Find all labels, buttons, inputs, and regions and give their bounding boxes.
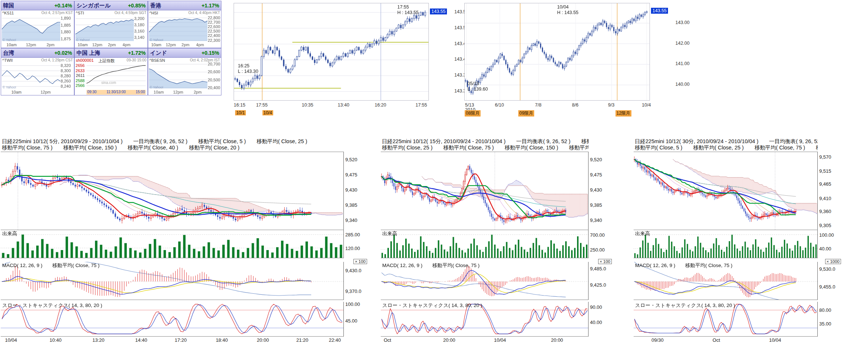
ticker-symbol: ^HSI (149, 11, 158, 15)
watermark: © Yahoo! (3, 38, 16, 42)
price-pane: 9,5709,5159,4659,4109,3609,305 (634, 152, 818, 230)
y-axis-label: 9,465 (819, 181, 831, 187)
macd-label: MACD( 12, 26, 9 ) 移動平均( Close, 75 ) (2, 262, 99, 269)
y-axis-label: 2611 (76, 73, 85, 78)
volume-label: 出来高 (635, 230, 650, 237)
macd-pane: MACD( 12, 26, 9 ) 移動平均( Close, 75 )9,530… (634, 262, 818, 300)
chart-title: 日経225mini 10/12( 5分, 2010/09/29 - 2010/1… (2, 138, 344, 151)
market-name: 中国 上海 (77, 50, 100, 57)
x-axis-label: 10/04 (494, 337, 506, 343)
y-axis-label: 3,160 (134, 29, 145, 33)
x-axis-label: 20:00 (551, 337, 563, 343)
candlestick-plot[interactable]: 17:55 H : 143.55 16:25 L : 143.30 (234, 3, 429, 101)
date-badge: 10/1 (235, 110, 246, 115)
nikkei225mini-5min-chart[interactable]: 日経225mini 10/12( 5分, 2010/09/29 - 2010/1… (1, 138, 370, 360)
market-tile-korea[interactable]: 韓国 +0.14% ^KS11 Oct 4, 2:57pm KST 1,8901… (1, 1, 74, 48)
y-axis-label: 9,370.0 (345, 289, 361, 294)
candlestick-plot[interactable]: 10/04 H : 143.55 05/13 L : 139.60 (464, 3, 650, 101)
contract-month-badges: 08限月09限月12限月 (464, 110, 650, 117)
market-tile-shanghai[interactable]: 中国 上海 +1.72% sh000001 上証指数 09-30 15:00 2… (74, 48, 148, 95)
x-axis-label: 20:00 (443, 337, 455, 343)
volume-multiplier-badge: × 1000 (825, 259, 841, 264)
x-axis: Oct20:0010/0420:00 (381, 337, 589, 344)
low-annotation: 05/13 L : 139.60 (468, 81, 488, 92)
y-axis-label: 142.00 (675, 41, 689, 46)
y-axis-label: 35.00 (819, 321, 831, 327)
y-axis-label: 100.00 (819, 232, 834, 238)
y-axis-label: 9,340 (590, 217, 602, 223)
quote-timestamp: Oct 4, 4:59pm SGT (115, 11, 146, 15)
candlestick-canvas[interactable] (381, 152, 588, 230)
x-axis-label: 11:30/13:00 (106, 90, 126, 95)
market-change: +1.72% (128, 50, 146, 56)
ticker-symbol: ^KS11 (2, 11, 14, 15)
macd-label: MACD( 12, 26, 9 ) 移動平均( Close, 75 ) (382, 262, 479, 269)
low-annotation: 16:25 L : 143.30 (238, 63, 258, 74)
market-tile-india[interactable]: インド +0.15% ^BSESN Oct 4, 2:02pm IST 20,7… (148, 48, 221, 95)
x-axis-label: 6/10 (495, 103, 504, 108)
y-axis-label: 9,520 (590, 157, 602, 162)
x-axis-label: 12pm (173, 90, 183, 94)
market-tile-header: シンガポール +0.85% (75, 1, 148, 10)
y-axis-label: 9,385 (345, 202, 357, 208)
y-axis-label: 20,400 (208, 85, 220, 90)
y-axis-label: 9,485.0 (590, 266, 606, 271)
date-badge: 09限月 (518, 110, 534, 117)
market-name: 香港 (150, 2, 161, 9)
x-axis-label: 12pm (26, 43, 36, 47)
y-axis-label: 8,240 (61, 84, 71, 88)
watermark: © Yahoo! (150, 85, 163, 89)
x-axis-label: 16:20 (374, 103, 386, 108)
x-axis-label: 2pm (108, 43, 116, 47)
market-tile-header: 台湾 +0.02% (1, 48, 74, 58)
x-axis-label: 10/04 (5, 337, 17, 343)
market-name: シンガポール (77, 2, 111, 9)
y-axis-label: 9,360 (819, 209, 831, 214)
y-axis-label: 250.00 (590, 247, 605, 253)
market-tile-hongkong[interactable]: 香港 +1.17% ^HSI Oct 4, 4:40pm HKT 22,8002… (148, 1, 221, 48)
mini-chart (2, 63, 60, 88)
x-axis-label: 10am (78, 43, 88, 47)
price-axis: 143.55 143.55143.50143.45143.40143.35143… (430, 3, 452, 101)
high-annotation: 17:55 H : 143.55 (397, 4, 419, 16)
x-axis: 10/0410:4013:2014:4017:2018:4020:0021:20… (1, 337, 344, 344)
x-axis: 09/30Oct10/04 (634, 337, 818, 344)
market-name: 韓国 (3, 2, 14, 9)
volume-pane: 出来高285.00120.00× 100 (1, 230, 344, 258)
market-tile-header: インド +0.15% (148, 48, 221, 58)
candlestick-canvas[interactable] (1, 152, 343, 230)
mini-chart (149, 16, 207, 41)
x-axis-label: 16:15 (234, 103, 245, 108)
market-tile-taiwan[interactable]: 台湾 +0.02% ^TWII Oct 4, 1:29pm CST 8,3208… (1, 48, 74, 95)
market-tile-singapore[interactable]: シンガポール +0.85% ^STI Oct 4, 4:59pm SGT 3,2… (74, 1, 148, 48)
date-badge: 10/4 (262, 110, 273, 115)
candlestick-canvas[interactable] (634, 152, 817, 230)
usdjpy-daily-chart[interactable]: 10/04 H : 143.55 05/13 L : 139.60 143.55… (464, 1, 674, 118)
x-axis-label: 7/8 (535, 103, 541, 108)
market-name: インド (150, 50, 167, 57)
y-axis-label: 40.00 (590, 320, 602, 325)
ticker-symbol: ^STI (76, 11, 84, 15)
date-badge: 08限月 (465, 110, 481, 117)
nikkei225mini-30min-chart[interactable]: 日経225mini 10/12( 30分, 2010/09/24 - 2010/… (634, 138, 844, 360)
y-axis-label: 3,140 (134, 35, 145, 40)
current-price-badge: 143.55 (651, 8, 668, 14)
quote-timestamp: Oct 4, 2:57pm KST (41, 11, 73, 15)
x-axis-label: 15:00 (136, 90, 145, 95)
x-axis-label: 12pm (92, 43, 102, 47)
y-axis-label: 22,700 (208, 20, 220, 24)
stochastics-pane: スロー・ストキャスティクス( 14, 3, 80, 20 )80.0035.00 (634, 302, 818, 337)
stochastics-pane: スロー・ストキャスティクス( 14, 3, 80, 20 )100.0045.0… (1, 302, 344, 337)
candlestick-canvas[interactable] (234, 3, 428, 100)
candlestick-canvas[interactable] (465, 3, 650, 100)
y-axis-label: 140.00 (675, 82, 689, 87)
nikkei225mini-15min-chart[interactable]: 日経225mini 10/12( 15分, 2010/09/24 - 2010/… (381, 138, 615, 360)
usdjpy-intraday-chart[interactable]: 17:55 H : 143.55 16:25 L : 143.30 143.55… (234, 1, 452, 118)
y-axis-label: 80.00 (819, 307, 831, 313)
macd-label: MACD( 12, 26, 9 ) 移動平均( Close, 75 ) (635, 262, 732, 269)
y-axis-label: 9,475 (345, 172, 357, 178)
macd-pane: MACD( 12, 26, 9 ) 移動平均( Close, 75 )9,430… (1, 262, 344, 300)
x-axis-label: 09/30 (651, 337, 664, 343)
x-axis-label: 2pm (182, 43, 189, 47)
y-axis-label: 9,305 (819, 223, 831, 228)
